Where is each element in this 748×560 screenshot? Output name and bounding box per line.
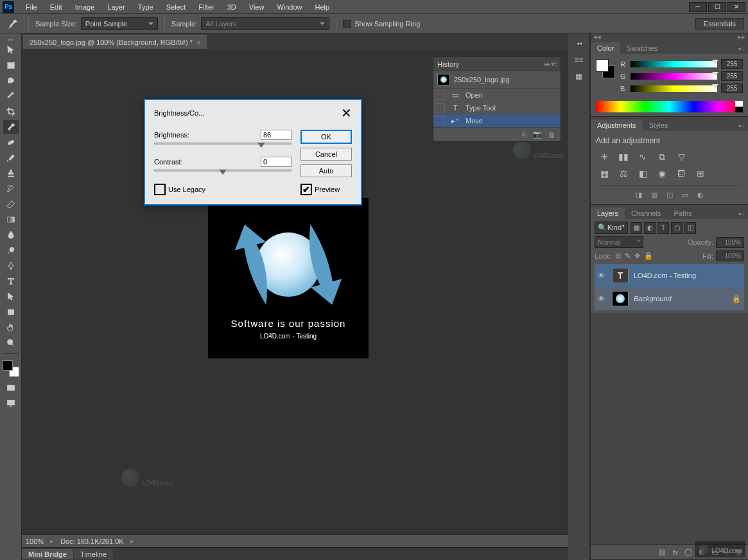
sampling-ring-checkbox[interactable]	[343, 20, 351, 28]
layer-item-text[interactable]: 👁 T LO4D.com - Testing	[595, 264, 744, 287]
wand-tool-icon[interactable]	[3, 89, 19, 103]
history-item-type[interactable]: T Type Tool	[433, 101, 561, 114]
move-tool-icon[interactable]	[3, 43, 19, 57]
marquee-tool-icon[interactable]	[3, 58, 19, 73]
menu-type[interactable]: Type	[132, 2, 160, 12]
menu-filter[interactable]: Filter	[192, 2, 220, 12]
menu-layer[interactable]: Layer	[101, 2, 132, 12]
history-brush-tool-icon[interactable]	[3, 182, 19, 196]
layer-name[interactable]: Background	[634, 295, 727, 302]
paths-tab[interactable]: Paths	[668, 207, 699, 219]
lasso-tool-icon[interactable]	[3, 74, 19, 88]
type-tool-icon[interactable]	[3, 274, 19, 288]
channel-mixer-adj-icon[interactable]: ⚃	[675, 168, 687, 179]
panel-collapse-icon[interactable]: ▸▸ ▾≡	[544, 60, 557, 67]
panel-menu-icon[interactable]: ▾≡	[735, 44, 748, 54]
filter-smart-icon[interactable]: ◫	[684, 222, 696, 234]
menu-edit[interactable]: Edit	[44, 2, 69, 12]
shape-tool-icon[interactable]	[3, 305, 19, 319]
layer-item-background[interactable]: 👁 Background 🔒	[595, 287, 744, 310]
b-slider[interactable]	[631, 85, 717, 92]
adjustment-layer-icon[interactable]: ◐	[699, 548, 705, 556]
menu-help[interactable]: Help	[309, 2, 336, 12]
new-layer-icon[interactable]: ⎘	[725, 548, 729, 556]
selective-adj-icon[interactable]: ◐	[697, 191, 704, 199]
fill-value[interactable]: 100%	[716, 250, 744, 261]
channels-tab[interactable]: Channels	[625, 207, 667, 219]
visibility-icon[interactable]: 👁	[598, 272, 607, 279]
status-menu-icon[interactable]: ▸	[130, 537, 134, 545]
blur-tool-icon[interactable]	[3, 228, 19, 242]
path-select-tool-icon[interactable]	[3, 290, 19, 304]
history-document[interactable]: 250x250_logo.jpg	[433, 71, 561, 89]
filter-type-icon[interactable]: T	[657, 222, 669, 234]
gradient-tool-icon[interactable]	[3, 213, 19, 227]
adjustments-tab[interactable]: Adjustments	[591, 119, 643, 131]
quickmask-tool-icon[interactable]	[3, 381, 19, 395]
collapse-grip-icon[interactable]: ◂◂	[572, 36, 586, 50]
dock-icon-1[interactable]: ≡≡	[572, 53, 586, 67]
layers-tab[interactable]: Layers	[591, 207, 625, 219]
lock-paint-icon[interactable]: ✎	[625, 252, 631, 260]
tools-expand-grip[interactable]: ▸▸	[0, 36, 21, 42]
lock-all-icon[interactable]: 🔒	[644, 252, 653, 260]
brush-tool-icon[interactable]	[3, 151, 19, 165]
visibility-icon[interactable]: 👁	[598, 295, 607, 302]
contrast-input[interactable]	[261, 157, 291, 167]
maximize-button[interactable]: ☐	[708, 2, 726, 12]
mini-bridge-tab[interactable]: Mini Bridge	[22, 549, 73, 559]
brightness-input[interactable]	[261, 130, 291, 140]
close-tab-icon[interactable]: ×	[196, 39, 200, 46]
sample-size-select[interactable]: Point Sample	[81, 17, 158, 30]
lock-position-icon[interactable]: ✥	[634, 252, 640, 260]
hand-tool-icon[interactable]	[3, 320, 19, 335]
eyedropper-tool-icon[interactable]	[3, 120, 19, 134]
pen-tool-icon[interactable]	[3, 259, 19, 273]
zoom-level[interactable]: 100%	[26, 538, 44, 545]
levels-adj-icon[interactable]: ▮▮	[618, 152, 629, 162]
eraser-tool-icon[interactable]	[3, 197, 19, 211]
mask-icon[interactable]: ◯	[684, 548, 692, 556]
use-legacy-checkbox[interactable]: Use Legacy	[154, 184, 291, 195]
color-spectrum[interactable]	[596, 101, 743, 112]
stamp-tool-icon[interactable]	[3, 166, 19, 180]
sample-select[interactable]: All Layers	[201, 17, 329, 30]
preview-checkbox[interactable]: ✔ Preview	[300, 184, 352, 195]
status-expand-icon[interactable]: ▸	[50, 537, 54, 545]
posterize-adj-icon[interactable]: ▨	[651, 191, 657, 199]
close-button[interactable]: ✕	[727, 2, 745, 12]
auto-button[interactable]: Auto	[300, 164, 352, 177]
history-snapshot-icon[interactable]: 📷	[533, 130, 542, 139]
group-icon[interactable]: 🗀	[711, 548, 718, 556]
hue-adj-icon[interactable]: ▦	[598, 168, 610, 179]
history-item-move[interactable]: ▸⁺ Move	[433, 114, 561, 127]
opacity-value[interactable]: 100%	[716, 237, 744, 248]
b-value[interactable]: 255	[721, 83, 743, 93]
workspace-switcher[interactable]: Essentials	[695, 18, 744, 30]
menu-view[interactable]: View	[243, 2, 271, 12]
zoom-tool-icon[interactable]	[3, 336, 19, 350]
screenmode-tool-icon[interactable]	[3, 396, 19, 410]
dialog-close-icon[interactable]: ✕	[341, 105, 352, 121]
document-tab[interactable]: 250x250_logo.jpg @ 100% (Background, RGB…	[23, 35, 207, 49]
r-value[interactable]: 255	[721, 59, 743, 69]
heal-tool-icon[interactable]	[3, 136, 19, 150]
gradient-map-adj-icon[interactable]: ▭	[682, 191, 688, 199]
bw-adj-icon[interactable]: ◧	[637, 168, 648, 179]
filter-kind-select[interactable]: 🔍Kind▾	[595, 222, 628, 234]
link-layers-icon[interactable]: ⛓	[659, 548, 666, 556]
menu-window[interactable]: Window	[270, 2, 308, 12]
filter-pixel-icon[interactable]: ▦	[631, 222, 642, 234]
swatches-tab[interactable]: Swatches	[620, 42, 664, 54]
history-tab[interactable]: History	[437, 60, 459, 68]
contrast-slider[interactable]	[154, 168, 291, 177]
cancel-button[interactable]: Cancel	[300, 148, 352, 161]
threshold-adj-icon[interactable]: ◫	[666, 191, 673, 199]
history-new-doc-icon[interactable]: ⎘	[522, 131, 526, 139]
invert-adj-icon[interactable]: ◨	[636, 191, 642, 199]
g-value[interactable]: 255	[721, 71, 743, 81]
brightness-slider[interactable]	[154, 141, 291, 150]
vibrance-adj-icon[interactable]: ▽	[675, 152, 687, 162]
r-slider[interactable]	[631, 61, 717, 67]
menu-image[interactable]: Image	[69, 2, 101, 12]
